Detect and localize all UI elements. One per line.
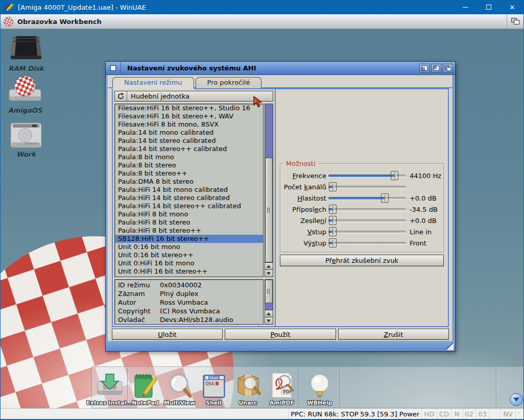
dock-item-notepad[interactable]: NotePad — [128, 367, 162, 408]
unarc-icon — [235, 370, 261, 400]
resize-grip[interactable] — [515, 409, 523, 419]
list-item[interactable]: Filesave:HiFi 8 bit mono, 8SVX — [115, 120, 263, 129]
slider-row: VstupLine in — [282, 226, 441, 237]
slider[interactable] — [328, 238, 406, 248]
slider-thumb[interactable] — [381, 193, 389, 203]
list-item[interactable]: Paula:DMA 8 bit stereo — [115, 178, 263, 186]
dock-item-shell[interactable]: Shell OS4: Shell — [197, 367, 231, 408]
slider[interactable] — [328, 182, 406, 192]
list-item[interactable]: Filesave:HiFi 16 bit stereo++, WAV — [115, 112, 263, 120]
desktop-icon-ram-disk[interactable]: RAM Disk — [2, 33, 51, 72]
save-button[interactable]: Uložit — [112, 329, 223, 340]
info-row: ID režimu0x00340002 — [118, 281, 263, 289]
screen-depth-gadget[interactable] — [507, 14, 523, 29]
list-item[interactable]: Paula:HiFi 8 bit stereo++ — [115, 227, 263, 235]
extras-installer-icon — [97, 370, 123, 400]
scroll-down-button[interactable] — [265, 317, 273, 324]
unit-cycle-button[interactable]: Hudební jednotka — [114, 91, 273, 102]
list-item[interactable]: Unit 0:HiFi 16 bit stereo++ — [115, 267, 263, 276]
slider-label: Počet kanálů — [282, 183, 326, 191]
options-fieldset: Možnosti Frekvence44100 HzPočet kanálůHl… — [280, 163, 444, 252]
list-item[interactable]: Paula:14 bit stereo calibrated — [115, 137, 263, 145]
slider-row: Frekvence44100 Hz — [282, 170, 441, 181]
iconify-gadget[interactable] — [419, 64, 430, 72]
apply-button[interactable]: Použít — [225, 329, 336, 340]
slider-thumb[interactable] — [329, 182, 337, 191]
list-item[interactable]: Paula:8 bit stereo++ — [115, 169, 263, 178]
scroll-down-button[interactable] — [265, 269, 273, 277]
list-item[interactable]: Paula:14 bit stereo++ calibrated — [115, 145, 263, 153]
list-item[interactable]: Paula:HiFi 14 bit stereo++ calibrated — [115, 202, 263, 210]
unit-cycle-label: Hudební jednotka — [127, 92, 189, 100]
tab-mode-settings[interactable]: Nastavení režimu — [112, 77, 194, 88]
zoom-gadget[interactable] — [431, 64, 441, 72]
slider-value: +0.0 dB — [410, 194, 437, 202]
play-test-sound-button[interactable]: Přehrát zkušební zvuk — [280, 255, 444, 266]
desktop-icon-amigaos[interactable]: AmigaOS — [1, 75, 50, 114]
desktop-icon-work[interactable]: Work — [2, 119, 51, 158]
dock-item-label: Unarc — [239, 400, 257, 406]
slider-thumb[interactable] — [329, 238, 337, 248]
window-titlebar: [Amiga 4000T_Update1.uae] - WinUAE ✕ — [0, 0, 524, 14]
list-item[interactable]: Unit 0:HiFi 16 bit mono — [115, 259, 263, 267]
info-row: OvladačDevs:AHI/sb128.audio — [118, 315, 263, 324]
slider-thumb[interactable] — [329, 227, 337, 236]
dock-hide-button[interactable] — [510, 393, 523, 406]
amigaos-drive-icon — [1, 75, 50, 105]
dock-empty-area — [341, 367, 496, 408]
slider-label: Zesílení — [282, 217, 326, 225]
list-item[interactable]: Paula:14 bit mono calibrated — [115, 129, 263, 137]
resize-gadget[interactable] — [446, 343, 454, 350]
multiview-icon — [166, 370, 193, 400]
close-button[interactable]: ✕ — [501, 0, 524, 14]
tab-advanced[interactable]: Pro pokročilé — [196, 77, 262, 88]
scroll-up-button[interactable] — [265, 262, 273, 269]
list-item[interactable]: Paula:8 bit stereo — [115, 161, 263, 169]
cpu-status: PPC: RUN 68k: STOP — [289, 409, 360, 419]
dock-item-extras-installer[interactable]: Extras Instal... — [92, 367, 127, 408]
info-key: Autor — [118, 298, 160, 307]
list-item[interactable]: Unit 0:16 bit mono — [115, 243, 263, 251]
slider-row: Příposlech-34.5 dB — [282, 204, 441, 215]
scrollbar-track[interactable] — [265, 280, 273, 310]
dock-item-label: Shell — [206, 400, 222, 406]
dock-item-amipdf[interactable]: PDF AmiPDF — [265, 367, 299, 408]
scrollbar-knob[interactable] — [265, 158, 273, 262]
info-key: Copyright — [118, 307, 160, 315]
dock-item-multiview[interactable]: MultiView — [162, 367, 197, 408]
slider-thumb[interactable] — [329, 216, 337, 225]
sliders-group: Frekvence44100 HzPočet kanálůHlasitost+0… — [282, 170, 441, 249]
scroll-up-button[interactable] — [265, 310, 273, 317]
dock-item-unarc[interactable]: Unarc — [231, 367, 265, 408]
dialog-close-gadget[interactable] — [106, 62, 121, 75]
dialog-titlebar[interactable]: Nastavení zvukového systému AHI — [106, 62, 455, 75]
list-item[interactable]: Paula:HiFi 14 bit stereo calibrated — [115, 194, 263, 202]
slider[interactable] — [328, 204, 406, 214]
list-item[interactable]: Paula:HiFi 8 bit stereo — [115, 218, 263, 227]
maximize-button[interactable] — [477, 0, 501, 14]
mode-list-scrollbar[interactable] — [265, 104, 273, 277]
slider[interactable] — [328, 193, 406, 203]
slider-value: Line in — [410, 228, 432, 236]
slider-thumb[interactable] — [391, 171, 398, 180]
slider[interactable] — [328, 215, 406, 226]
depth-gadget[interactable] — [443, 64, 453, 72]
list-item[interactable]: Paula:8 bit mono — [115, 153, 263, 161]
minimize-button[interactable] — [454, 0, 477, 14]
list-item[interactable]: Unit 0:16 bit stereo++ — [115, 251, 263, 259]
slider[interactable] — [328, 170, 406, 181]
list-item[interactable]: SB128:HiFi 16 bit stereo++ — [115, 235, 263, 243]
notepad-icon — [133, 370, 158, 400]
cancel-button[interactable]: Zrušit — [338, 329, 449, 340]
list-item[interactable]: Filesave:HiFi 16 bit stereo++, Studio 16 — [115, 104, 263, 112]
scrollbar-knob[interactable] — [265, 280, 273, 303]
slider-thumb[interactable] — [329, 205, 337, 214]
dock-item-wbhelp[interactable]: WBHelp — [300, 367, 340, 408]
info-value: 0x00340002 — [160, 281, 202, 289]
list-item[interactable]: Paula:HiFi 8 bit mono — [115, 210, 263, 218]
info-scrollbar[interactable] — [265, 279, 273, 325]
scrollbar-track[interactable] — [265, 104, 273, 262]
slider[interactable] — [328, 227, 406, 237]
info-value: Ross Vumbaca — [160, 298, 208, 307]
list-item[interactable]: Paula:HiFi 14 bit mono calibrated — [115, 186, 263, 194]
